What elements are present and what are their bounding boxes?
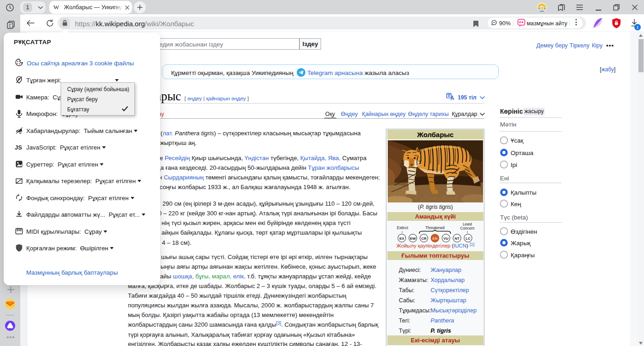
svg-text:Extinct: Extinct bbox=[397, 226, 408, 230]
svg-text:CR: CR bbox=[421, 236, 427, 241]
svg-text:EX: EX bbox=[399, 236, 404, 241]
svg-text:EN: EN bbox=[432, 236, 437, 241]
svg-text:I: I bbox=[402, 231, 402, 234]
svg-text:VU: VU bbox=[443, 236, 448, 241]
svg-text:EW: EW bbox=[410, 236, 416, 241]
svg-text:Concern: Concern bbox=[460, 226, 475, 231]
svg-text:NT: NT bbox=[454, 236, 460, 241]
svg-text:Threatened: Threatened bbox=[426, 226, 445, 230]
svg-text:Least: Least bbox=[463, 222, 472, 226]
svg-text:I: I bbox=[467, 231, 468, 234]
svg-text:LC: LC bbox=[466, 236, 471, 241]
